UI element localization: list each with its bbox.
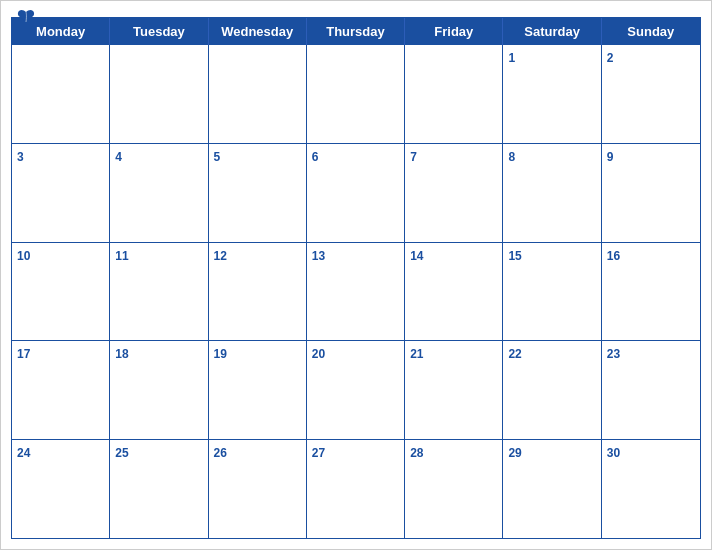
day-number: 20 [312,347,325,361]
day-number: 8 [508,150,515,164]
day-number: 23 [607,347,620,361]
day-cell [307,45,405,143]
day-number: 21 [410,347,423,361]
calendar-grid: MondayTuesdayWednesdayThursdayFridaySatu… [11,17,701,539]
day-number: 11 [115,249,128,263]
day-cell: 1 [503,45,601,143]
day-cell: 15 [503,243,601,341]
day-cell: 4 [110,144,208,242]
logo-blue [17,9,37,23]
logo [17,9,37,23]
day-header-saturday: Saturday [503,18,601,45]
day-number: 15 [508,249,521,263]
day-cell: 20 [307,341,405,439]
week-row-5: 24252627282930 [12,439,700,538]
day-cell [12,45,110,143]
day-cell: 12 [209,243,307,341]
day-number: 14 [410,249,423,263]
day-number: 26 [214,446,227,460]
day-cell: 14 [405,243,503,341]
day-cell: 19 [209,341,307,439]
day-number: 19 [214,347,227,361]
day-number: 22 [508,347,521,361]
logo-bird-icon [17,9,35,23]
day-number: 7 [410,150,417,164]
day-number: 3 [17,150,24,164]
day-number: 6 [312,150,319,164]
day-cell: 8 [503,144,601,242]
day-number: 12 [214,249,227,263]
day-number: 1 [508,51,515,65]
day-cell: 22 [503,341,601,439]
day-cell: 23 [602,341,700,439]
day-cell: 5 [209,144,307,242]
day-number: 27 [312,446,325,460]
day-number: 28 [410,446,423,460]
day-number: 9 [607,150,614,164]
day-cell: 25 [110,440,208,538]
day-number: 16 [607,249,620,263]
day-cell [209,45,307,143]
weeks-container: 1234567891011121314151617181920212223242… [12,45,700,538]
day-number: 30 [607,446,620,460]
day-cell: 2 [602,45,700,143]
day-number: 18 [115,347,128,361]
day-header-tuesday: Tuesday [110,18,208,45]
day-cell: 26 [209,440,307,538]
day-cell [110,45,208,143]
day-cell: 29 [503,440,601,538]
day-cell: 6 [307,144,405,242]
day-number: 24 [17,446,30,460]
week-row-3: 10111213141516 [12,242,700,341]
day-number: 4 [115,150,122,164]
day-header-sunday: Sunday [602,18,700,45]
calendar-page: MondayTuesdayWednesdayThursdayFridaySatu… [0,0,712,550]
day-cell: 10 [12,243,110,341]
day-header-friday: Friday [405,18,503,45]
day-cell: 16 [602,243,700,341]
day-cell: 17 [12,341,110,439]
day-number: 13 [312,249,325,263]
day-cell: 24 [12,440,110,538]
day-cell: 11 [110,243,208,341]
page-header [1,1,711,17]
day-cell: 9 [602,144,700,242]
day-headers-row: MondayTuesdayWednesdayThursdayFridaySatu… [12,18,700,45]
day-cell: 21 [405,341,503,439]
day-number: 25 [115,446,128,460]
day-cell: 28 [405,440,503,538]
day-cell [405,45,503,143]
week-row-2: 3456789 [12,143,700,242]
day-number: 5 [214,150,221,164]
day-header-wednesday: Wednesday [209,18,307,45]
day-cell: 30 [602,440,700,538]
day-cell: 3 [12,144,110,242]
week-row-4: 17181920212223 [12,340,700,439]
day-number: 10 [17,249,30,263]
day-number: 29 [508,446,521,460]
day-number: 2 [607,51,614,65]
day-cell: 7 [405,144,503,242]
day-cell: 27 [307,440,405,538]
week-row-1: 12 [12,45,700,143]
day-number: 17 [17,347,30,361]
day-header-thursday: Thursday [307,18,405,45]
day-cell: 13 [307,243,405,341]
day-cell: 18 [110,341,208,439]
